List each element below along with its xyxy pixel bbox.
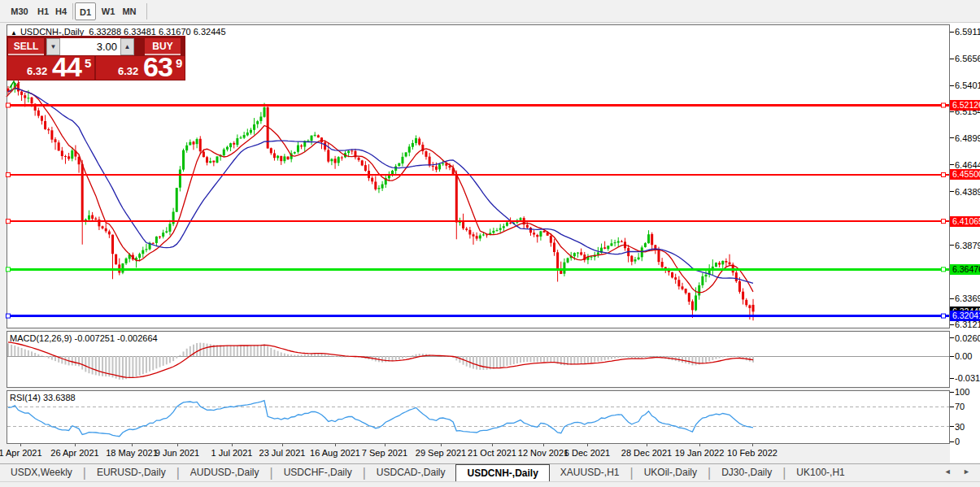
date-axis-label: 16 Aug 2021 [310,448,360,458]
date-axis-label: 12 Nov 2021 [518,448,568,458]
rsi-indicator-label: RSI(14) 33.6388 [10,393,76,402]
sell-price-big-digits: 44 [52,51,81,83]
price-axis-tick: 6.48990 [955,133,980,143]
timeframe-button-w1[interactable]: W1 [98,2,119,20]
macd-indicator-label: MACD(12,26,9) -0.007251 -0.002664 [10,333,158,343]
tab-usdcad-daily[interactable]: USDCAD-,Daily [366,464,456,481]
timeframe-button-d1[interactable]: D1 [75,2,96,20]
price-axis-tick: 6.38790 [955,241,980,250]
bottom-status-strip [0,481,980,487]
date-axis-label: 6 Dec 2021 [564,448,610,458]
sell-quote-display[interactable]: 6.32 44 5 [7,56,94,80]
tab-xauusd-h1[interactable]: XAUUSD-,H1 [550,464,630,481]
date-axis-label: 1 Apr 2021 [0,448,42,458]
timeframe-toolbar: 5M30H1H4D1W1MN [0,0,980,23]
sell-button[interactable]: SELL [8,38,44,55]
symbol-tabs-bar: USDX,Weekly|EURUSD-,Daily|AUDUSD-,Daily|… [0,463,980,481]
tab-usdchf-daily[interactable]: USDCHF-,Daily [273,464,363,481]
price-axis-tick: 6.43890 [955,187,980,197]
date-axis-label: 26 Apr 2021 [50,448,98,458]
price-axis-tick: 6.46440 [955,160,980,170]
hline-price-label: 6.45500 [950,169,980,180]
buy-quote-display[interactable]: 6.32 63 9 [96,56,185,80]
timeframe-button-h4[interactable]: H4 [52,2,70,20]
mt4-window: 5M30H1H4D1W1MN ▲USDCNH-,Daily 6.33288 6.… [0,0,980,487]
toolbar-separator [146,3,147,20]
tab-dj30-daily[interactable]: DJ30-,Daily [711,464,782,481]
price-axis-tick: 6.33690 [955,294,980,303]
hline-price-label: 6.52126 [950,100,980,111]
timeframe-button-h1[interactable]: H1 [34,2,52,20]
hline-price-label: 6.32041 [950,311,980,321]
buy-price-prefix: 6.32 [118,65,138,77]
date-axis-label: 29 Sep 2021 [416,448,466,458]
timeframe-button-m30[interactable]: M30 [8,2,31,20]
price-axis-tick: 6.54015 [955,80,980,90]
timeframe-button-5[interactable]: 5 [0,2,3,20]
rsi-axis-tick: 70 [955,402,965,411]
rsi-axis-tick: 0 [955,437,960,446]
one-click-trade-widget: SELL ▼ 3.00 ▲ BUY 6.32 44 5 6.32 63 9 [7,36,185,80]
date-axis-label: 23 Jul 2021 [259,448,306,458]
hline-price-label: 6.36476 [950,264,980,275]
date-axis-label: 1 Jul 2021 [211,448,253,458]
price-axis-tick: 6.59115 [955,27,980,37]
volume-increase-button[interactable]: ▲ [120,38,134,55]
tab-eurusd-daily[interactable]: EURUSD-,Daily [86,464,176,481]
date-axis-label: 9 Jun 2021 [155,448,199,458]
tab-scroll-arrows[interactable]: ◄ ► [944,467,975,476]
date-axis-label: 10 Feb 2022 [727,448,777,458]
macd-axis-tick: 0.00 [955,351,972,361]
date-axis-label: 7 Sep 2021 [362,448,407,458]
timeframe-button-mn[interactable]: MN [119,2,140,20]
buy-price-big-digits: 63 [143,51,172,83]
sell-price-superscript: 5 [85,56,91,70]
macd-axis-tick: 0.02607 [955,333,980,343]
tab-uk100-h1[interactable]: UK100-,H1 [786,464,855,481]
hline-price-label: 6.41065 [950,216,980,227]
date-axis-label: 18 May 2021 [106,448,158,458]
tab-audusd-daily[interactable]: AUDUSD-,Daily [180,464,270,481]
rsi-panel[interactable] [7,390,950,444]
toolbar-separator [72,3,73,20]
rsi-axis-tick: 30 [955,422,965,432]
date-axis-label: 28 Dec 2021 [621,448,672,458]
tab-usdcnh-daily[interactable]: USDCNH-,Daily [455,464,549,481]
buy-price-superscript: 9 [176,56,182,70]
rsi-axis-tick: 100 [955,387,969,397]
date-axis-label: 21 Oct 2021 [468,448,516,458]
macd-axis-tick: -0.03187 [955,373,980,383]
tab-ukoil-daily[interactable]: UKOil-,Daily [634,464,708,481]
price-axis-tick: 6.56565 [955,54,980,63]
tab-usdx-weekly[interactable]: USDX,Weekly [0,464,83,481]
sell-price-prefix: 6.32 [27,65,47,77]
date-axis-label: 19 Jan 2022 [675,448,725,458]
